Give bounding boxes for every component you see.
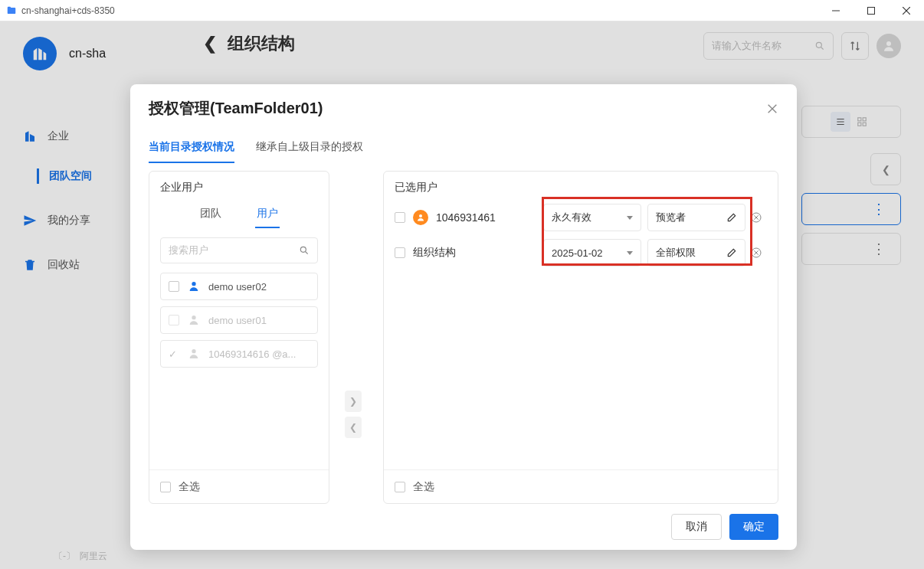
- tab-current-auth[interactable]: 当前目录授权情况: [149, 134, 234, 163]
- select-all-checkbox[interactable]: [395, 482, 405, 492]
- window-minimize[interactable]: [818, 0, 854, 21]
- selected-users-title: 已选用户: [384, 172, 778, 199]
- selected-user-name: 1046931461: [436, 211, 496, 224]
- user-name: 10469314616 @a...: [208, 348, 296, 360]
- confirm-button[interactable]: 确定: [729, 514, 778, 540]
- left-tab-team[interactable]: 团队: [198, 202, 223, 228]
- search-icon: [299, 245, 310, 256]
- selected-user-name: 组织结构: [413, 246, 456, 260]
- expiry-select[interactable]: 2025-01-02: [543, 239, 641, 267]
- checkbox[interactable]: [169, 281, 179, 292]
- chevron-down-icon: [627, 216, 633, 220]
- person-icon: [413, 210, 428, 225]
- user-name: demo user02: [208, 281, 267, 293]
- user-list: demo user02 demo user01 ✓ 10469314616 @a…: [149, 263, 329, 469]
- select-all-label: 全选: [179, 480, 200, 494]
- role-select[interactable]: 预览者: [647, 204, 745, 231]
- check-icon: ✓: [169, 348, 179, 360]
- edit-icon[interactable]: [726, 247, 737, 258]
- checkbox[interactable]: [169, 315, 179, 325]
- modal-title: 授权管理(TeamFolder01): [149, 98, 323, 119]
- folder-icon: [6, 5, 17, 16]
- checkbox[interactable]: [395, 247, 405, 258]
- selected-users-panel: 已选用户 1046931461 永久有效: [383, 171, 778, 504]
- svg-point-17: [192, 349, 195, 353]
- select-all-label: 全选: [413, 480, 434, 494]
- enterprise-users-title: 企业用户: [149, 172, 329, 198]
- expiry-select[interactable]: 永久有效: [543, 204, 641, 231]
- window-title: cn-shanghai+cds-8350: [21, 5, 115, 16]
- role-value: 预览者: [656, 211, 686, 224]
- role-select[interactable]: 全部权限: [647, 239, 745, 267]
- window-titlebar: cn-shanghai+cds-8350: [0, 0, 924, 21]
- user-item[interactable]: demo user02: [160, 273, 318, 300]
- left-tab-user[interactable]: 用户: [255, 202, 280, 228]
- enterprise-users-panel: 企业用户 团队 用户 搜索用户 demo user02: [149, 171, 329, 504]
- edit-icon[interactable]: [726, 212, 737, 223]
- tab-inherited-auth[interactable]: 继承自上级目录的授权: [256, 134, 363, 163]
- selected-row: 1046931461 永久有效 预览者: [395, 202, 767, 233]
- user-item[interactable]: demo user01: [160, 306, 318, 334]
- person-icon: [187, 280, 201, 293]
- svg-line-14: [306, 252, 308, 254]
- modal-close-button[interactable]: [766, 103, 778, 115]
- user-search-placeholder: 搜索用户: [169, 244, 208, 257]
- move-right-button[interactable]: ❯: [345, 391, 362, 412]
- remove-row-button[interactable]: [745, 211, 767, 224]
- role-value: 全部权限: [656, 246, 696, 260]
- modal-tabs: 当前目录授权情况 继承自上级目录的授权: [130, 134, 797, 163]
- person-icon: [187, 313, 201, 327]
- selected-row: 组织结构 2025-01-02 全部权限: [395, 237, 767, 268]
- svg-point-15: [192, 282, 195, 286]
- window-maximize[interactable]: [854, 0, 889, 21]
- svg-point-13: [300, 247, 306, 252]
- expiry-value: 2025-01-02: [552, 247, 603, 259]
- window-controls: [818, 0, 924, 21]
- selected-users-list: 1046931461 永久有效 预览者: [384, 199, 778, 469]
- svg-rect-1: [868, 7, 875, 14]
- cancel-button[interactable]: 取消: [671, 514, 722, 540]
- transfer-arrows: ❯ ❮: [345, 391, 362, 438]
- user-item[interactable]: ✓ 10469314616 @a...: [160, 340, 318, 368]
- person-icon: [187, 347, 201, 361]
- auth-management-modal: 授权管理(TeamFolder01) 当前目录授权情况 继承自上级目录的授权 企…: [130, 84, 797, 550]
- select-all-checkbox[interactable]: [160, 482, 171, 492]
- checkbox[interactable]: [395, 212, 405, 223]
- chevron-down-icon: [627, 251, 633, 255]
- user-name: demo user01: [208, 315, 267, 326]
- remove-row-button[interactable]: [745, 247, 767, 259]
- move-left-button[interactable]: ❮: [345, 417, 362, 438]
- expiry-value: 永久有效: [552, 211, 591, 224]
- window-close[interactable]: [889, 0, 924, 21]
- svg-point-16: [192, 316, 195, 319]
- svg-point-18: [419, 214, 422, 217]
- user-search-input[interactable]: 搜索用户: [160, 237, 318, 263]
